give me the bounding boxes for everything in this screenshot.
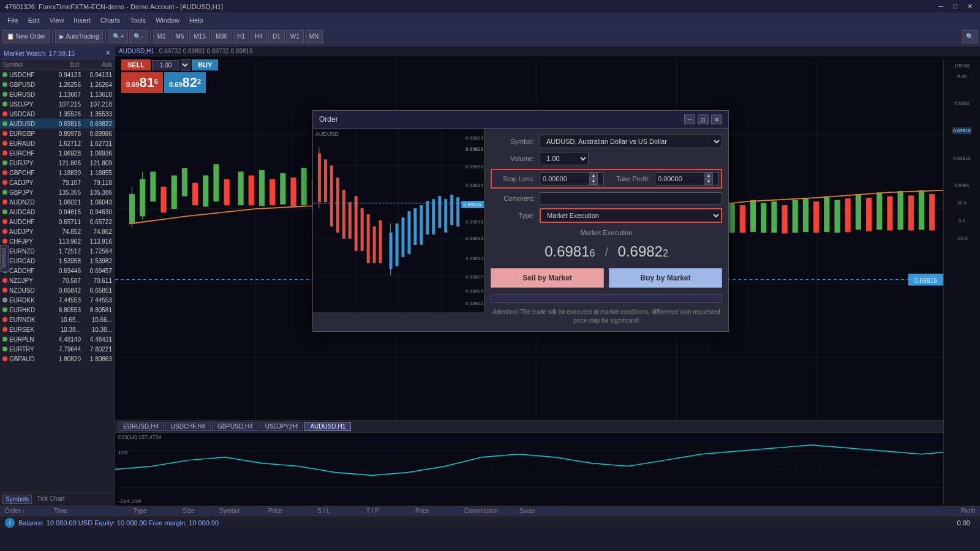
mw-row[interactable]: EURGBP 0.89978 0.89986 [0, 129, 115, 138]
autotrading-button[interactable]: ▶ AutoTrading [55, 30, 103, 43]
mw-dot [2, 209, 7, 214]
mw-row[interactable]: EURPLN 4.48140 4.48431 [0, 334, 115, 344]
zoom-out-btn[interactable]: 🔍- [129, 30, 147, 43]
mw-row[interactable]: EURJPY 121.805 121.809 [0, 158, 115, 168]
tab-audusd-h1[interactable]: AUDUSD,H1 [304, 422, 351, 431]
m30-btn[interactable]: M30 [211, 30, 232, 43]
tab-gbpusd-h4[interactable]: GBPUSD,H4 [212, 422, 258, 431]
mw-ask-price: 1.80863 [81, 356, 112, 362]
menu-charts[interactable]: Charts [96, 17, 125, 24]
mw-row[interactable]: GBPAUD 1.80820 1.80863 [0, 354, 115, 364]
mw-row[interactable]: EURNZD 1.72512 1.72564 [0, 246, 115, 256]
stop-loss-spinners: ▲ ▼ [589, 173, 598, 185]
menu-tools[interactable]: Tools [125, 17, 151, 24]
mw-row[interactable]: EURSEK 10.38... 10.38... [0, 324, 115, 334]
modify-button[interactable] [491, 294, 722, 303]
sell-by-market-button[interactable]: Sell by Market [491, 268, 604, 288]
tab-usdjpy-h4[interactable]: USDJPY,H4 [260, 422, 304, 431]
menu-edit[interactable]: Edit [23, 17, 45, 24]
menu-help[interactable]: Help [184, 17, 208, 24]
menu-view[interactable]: View [45, 17, 69, 24]
new-order-button[interactable]: 📋 New Order [2, 30, 50, 43]
mw-row[interactable]: NZDUSD 0.65842 0.65851 [0, 285, 115, 295]
m15-btn[interactable]: M15 [189, 30, 209, 43]
h1-btn[interactable]: H1 [233, 30, 249, 43]
type-select[interactable]: Market Execution [540, 208, 722, 223]
mw-row[interactable]: EURUSD 1.13607 1.13610 [0, 89, 115, 99]
svg-rect-27 [280, 173, 285, 204]
tab-usdchf-h4[interactable]: USDCHF,H4 [165, 422, 211, 431]
market-watch-close[interactable]: ✕ [105, 49, 111, 57]
mw-row[interactable]: USDCHF 0.94123 0.94131 [0, 70, 115, 80]
sell-button[interactable]: SELL [121, 59, 151, 70]
ask-price-small: 2 [663, 248, 668, 258]
volume-select[interactable]: 1.00 [540, 152, 589, 165]
h4-btn[interactable]: H4 [251, 30, 267, 43]
mw-row[interactable]: GBPJPY 135.355 135.386 [0, 187, 115, 197]
window-controls[interactable]: ─ □ ✕ [937, 2, 975, 10]
w1-btn[interactable]: W1 [286, 30, 304, 43]
menu-window[interactable]: Window [151, 17, 184, 24]
mw-row[interactable]: GBPUSD 1.26256 1.26264 [0, 80, 115, 89]
mw-row[interactable]: AUDNZD 1.06021 1.06043 [0, 197, 115, 207]
mw-ask-price: 135.386 [81, 189, 112, 196]
mw-row[interactable]: EURHKD 8.80553 8.80581 [0, 305, 115, 315]
d1-btn[interactable]: D1 [268, 30, 285, 43]
mw-bid-price: 1.18830 [47, 170, 81, 176]
stop-loss-down[interactable]: ▼ [589, 179, 598, 185]
tab-symbols[interactable]: Symbols [2, 495, 32, 504]
minimize-btn[interactable]: ─ [937, 2, 946, 10]
search-btn[interactable]: 🔍 [962, 30, 978, 43]
tab-eurusd-h4[interactable]: EURUSD,H4 [118, 422, 164, 431]
svg-rect-99 [330, 165, 333, 227]
mw-row[interactable]: AUDUSD 0.69816 0.69822 [0, 119, 115, 129]
buy-button[interactable]: BUY [192, 59, 218, 70]
mw-row[interactable]: CADCHF 0.69446 0.69457 [0, 266, 115, 276]
mw-row[interactable]: USDJPY 107.215 107.218 [0, 99, 115, 109]
volume-dropdown[interactable] [181, 59, 190, 71]
terminal-side-tab[interactable]: Terminal [0, 245, 9, 272]
dialog-close[interactable]: ✕ [711, 114, 722, 124]
take-profit-up[interactable]: ▲ [704, 173, 713, 179]
svg-rect-23 [238, 171, 244, 205]
mw-row[interactable]: EURCHF 1.06928 1.06936 [0, 148, 115, 158]
svg-text:0.69816: 0.69816 [914, 276, 937, 283]
comment-input[interactable] [540, 192, 722, 204]
svg-rect-117 [438, 196, 441, 228]
mw-row[interactable]: EURDKK 7.44553 7.44553 [0, 295, 115, 305]
buy-by-market-button[interactable]: Buy by Market [609, 268, 722, 288]
maximize-btn[interactable]: □ [951, 2, 960, 10]
close-btn[interactable]: ✕ [965, 2, 975, 10]
m1-btn[interactable]: M1 [153, 30, 170, 43]
stop-loss-up[interactable]: ▲ [589, 173, 598, 179]
col-header-price: Price [263, 506, 312, 515]
take-profit-down[interactable]: ▼ [704, 179, 713, 185]
svg-rect-111 [401, 217, 404, 257]
mw-row[interactable]: CADJPY 79.107 79.118 [0, 178, 115, 187]
menu-insert[interactable]: Insert [69, 17, 96, 24]
dialog-minimize[interactable]: ─ [684, 114, 695, 124]
stop-loss-input[interactable] [540, 173, 589, 185]
mw-row[interactable]: AUDCAD 0.94615 0.94630 [0, 207, 115, 217]
mw-row[interactable]: EURAUD 1.62712 1.62731 [0, 138, 115, 148]
mw-row[interactable]: CHFJPY 113.902 113.916 [0, 236, 115, 246]
menu-file[interactable]: File [2, 17, 23, 24]
mw-row[interactable]: GBPCHF 1.18830 1.18855 [0, 168, 115, 178]
dialog-maximize[interactable]: □ [698, 114, 709, 124]
mw-row[interactable]: EURTRY 7.79644 7.80221 [0, 344, 115, 354]
mw-row[interactable]: EURNOK 10.65... 10.66... [0, 315, 115, 324]
svg-rect-16 [160, 187, 166, 213]
mw-row[interactable]: NZDJPY 70.587 70.611 [0, 276, 115, 285]
warning-text: Attention! The trade will be executed at… [491, 308, 722, 325]
zoom-in-btn[interactable]: 🔍+ [108, 30, 128, 43]
mw-row[interactable]: AUDCHF 0.65711 0.65722 [0, 217, 115, 227]
mn-btn[interactable]: MN [305, 30, 323, 43]
m5-btn[interactable]: M5 [172, 30, 189, 43]
tab-tick-chart[interactable]: Tick Chart [34, 495, 67, 504]
take-profit-input[interactable] [655, 173, 704, 185]
mw-row[interactable]: AUDJPY 74.852 74.862 [0, 227, 115, 236]
mw-row[interactable]: EURCAD 1.53958 1.53982 [0, 256, 115, 266]
symbol-select[interactable]: AUDUSD, Australian Dollar vs US Dollar [540, 135, 722, 148]
mw-dot [2, 307, 7, 312]
mw-row[interactable]: USDCAD 1.35526 1.35533 [0, 109, 115, 119]
